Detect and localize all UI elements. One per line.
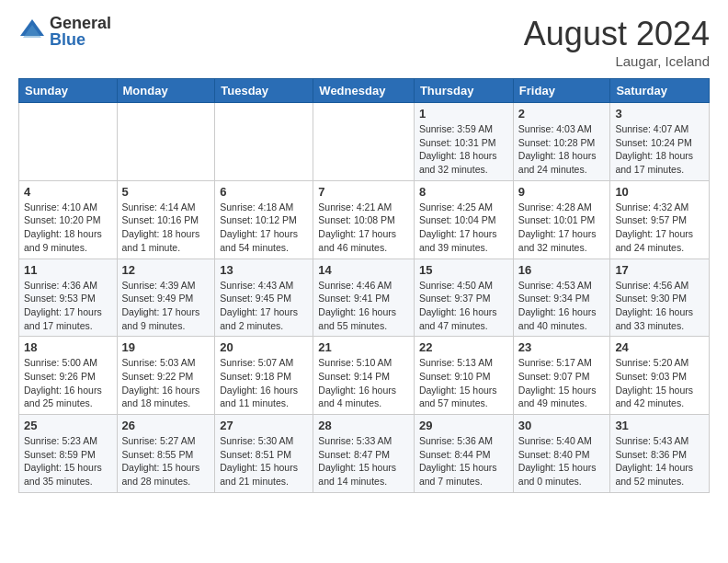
calendar-cell: 30Sunrise: 5:40 AM Sunset: 8:40 PM Dayli…	[513, 415, 610, 493]
day-info: Sunrise: 4:18 AM Sunset: 10:12 PM Daylig…	[220, 201, 308, 255]
day-info: Sunrise: 5:07 AM Sunset: 9:18 PM Dayligh…	[220, 356, 308, 410]
logo-text: General Blue	[50, 15, 111, 48]
day-number: 8	[419, 185, 508, 199]
calendar-cell: 29Sunrise: 5:36 AM Sunset: 8:44 PM Dayli…	[414, 415, 513, 493]
day-number: 1	[419, 107, 508, 121]
calendar-header-row: SundayMondayTuesdayWednesdayThursdayFrid…	[19, 79, 710, 103]
day-number: 29	[419, 419, 508, 432]
calendar-week-row: 1Sunrise: 3:59 AM Sunset: 10:31 PM Dayli…	[19, 103, 710, 181]
day-number: 30	[518, 419, 606, 432]
day-info: Sunrise: 4:53 AM Sunset: 9:34 PM Dayligh…	[518, 279, 606, 333]
day-info: Sunrise: 3:59 AM Sunset: 10:31 PM Daylig…	[419, 122, 508, 177]
day-number: 7	[318, 185, 409, 199]
calendar-day-header: Tuesday	[215, 79, 313, 103]
day-number: 4	[24, 185, 112, 199]
day-number: 2	[518, 107, 606, 121]
calendar-cell: 7Sunrise: 4:21 AM Sunset: 10:08 PM Dayli…	[313, 180, 415, 259]
calendar-cell: 8Sunrise: 4:25 AM Sunset: 10:04 PM Dayli…	[414, 180, 513, 259]
day-number: 23	[518, 340, 606, 354]
day-info: Sunrise: 4:43 AM Sunset: 9:45 PM Dayligh…	[220, 279, 308, 333]
day-info: Sunrise: 5:00 AM Sunset: 9:26 PM Dayligh…	[24, 356, 112, 410]
calendar-cell	[313, 103, 415, 181]
calendar-cell: 19Sunrise: 5:03 AM Sunset: 9:22 PM Dayli…	[117, 337, 215, 415]
calendar-cell: 9Sunrise: 4:28 AM Sunset: 10:01 PM Dayli…	[513, 180, 610, 259]
day-info: Sunrise: 4:56 AM Sunset: 9:30 PM Dayligh…	[615, 279, 704, 333]
calendar-cell: 16Sunrise: 4:53 AM Sunset: 9:34 PM Dayli…	[513, 259, 610, 337]
calendar-week-row: 18Sunrise: 5:00 AM Sunset: 9:26 PM Dayli…	[19, 337, 710, 415]
calendar-cell: 17Sunrise: 4:56 AM Sunset: 9:30 PM Dayli…	[610, 259, 710, 337]
calendar-cell: 3Sunrise: 4:07 AM Sunset: 10:24 PM Dayli…	[610, 103, 710, 181]
calendar-cell: 1Sunrise: 3:59 AM Sunset: 10:31 PM Dayli…	[414, 103, 513, 181]
day-number: 16	[518, 263, 606, 277]
day-number: 18	[24, 340, 112, 354]
day-number: 20	[220, 340, 308, 354]
day-info: Sunrise: 4:10 AM Sunset: 10:20 PM Daylig…	[24, 201, 112, 255]
location: Laugar, Iceland	[524, 53, 710, 69]
calendar-day-header: Friday	[513, 79, 610, 103]
day-info: Sunrise: 5:40 AM Sunset: 8:40 PM Dayligh…	[518, 434, 606, 488]
logo-general-label: General	[50, 15, 111, 31]
calendar-week-row: 11Sunrise: 4:36 AM Sunset: 9:53 PM Dayli…	[19, 259, 710, 337]
logo-blue-label: Blue	[50, 31, 111, 48]
calendar-week-row: 4Sunrise: 4:10 AM Sunset: 10:20 PM Dayli…	[19, 180, 710, 259]
day-number: 14	[318, 263, 409, 277]
calendar-cell: 26Sunrise: 5:27 AM Sunset: 8:55 PM Dayli…	[117, 415, 215, 493]
day-info: Sunrise: 5:27 AM Sunset: 8:55 PM Dayligh…	[122, 434, 210, 488]
day-info: Sunrise: 5:33 AM Sunset: 8:47 PM Dayligh…	[318, 434, 409, 488]
calendar-cell: 28Sunrise: 5:33 AM Sunset: 8:47 PM Dayli…	[313, 415, 415, 493]
day-info: Sunrise: 4:21 AM Sunset: 10:08 PM Daylig…	[318, 201, 409, 255]
calendar-cell	[19, 103, 118, 181]
day-number: 26	[122, 419, 210, 432]
day-info: Sunrise: 4:03 AM Sunset: 10:28 PM Daylig…	[518, 122, 606, 177]
calendar-cell: 22Sunrise: 5:13 AM Sunset: 9:10 PM Dayli…	[414, 337, 513, 415]
calendar-cell: 10Sunrise: 4:32 AM Sunset: 9:57 PM Dayli…	[610, 180, 710, 259]
day-number: 5	[122, 185, 210, 199]
calendar-cell	[215, 103, 313, 181]
day-number: 25	[24, 419, 112, 432]
calendar-cell: 6Sunrise: 4:18 AM Sunset: 10:12 PM Dayli…	[215, 180, 313, 259]
title-block: August 2024 Laugar, Iceland	[524, 15, 710, 69]
day-info: Sunrise: 4:28 AM Sunset: 10:01 PM Daylig…	[518, 201, 606, 255]
calendar-cell: 23Sunrise: 5:17 AM Sunset: 9:07 PM Dayli…	[513, 337, 610, 415]
day-number: 28	[318, 419, 409, 432]
day-number: 31	[615, 419, 704, 432]
calendar-cell: 2Sunrise: 4:03 AM Sunset: 10:28 PM Dayli…	[513, 103, 610, 181]
day-number: 17	[615, 263, 704, 277]
day-info: Sunrise: 4:46 AM Sunset: 9:41 PM Dayligh…	[318, 279, 409, 333]
month-title: August 2024	[524, 15, 710, 53]
calendar-cell: 5Sunrise: 4:14 AM Sunset: 10:16 PM Dayli…	[117, 180, 215, 259]
calendar-week-row: 25Sunrise: 5:23 AM Sunset: 8:59 PM Dayli…	[19, 415, 710, 493]
day-number: 15	[419, 263, 508, 277]
calendar-day-header: Sunday	[19, 79, 118, 103]
day-number: 11	[24, 263, 112, 277]
calendar-day-header: Thursday	[414, 79, 513, 103]
day-number: 6	[220, 185, 308, 199]
header: General Blue August 2024 Laugar, Iceland	[18, 15, 710, 69]
calendar-cell: 31Sunrise: 5:43 AM Sunset: 8:36 PM Dayli…	[610, 415, 710, 493]
calendar-day-header: Saturday	[610, 79, 710, 103]
day-info: Sunrise: 4:07 AM Sunset: 10:24 PM Daylig…	[615, 122, 704, 177]
day-number: 12	[122, 263, 210, 277]
calendar-cell: 4Sunrise: 4:10 AM Sunset: 10:20 PM Dayli…	[19, 180, 118, 259]
day-number: 19	[122, 340, 210, 354]
day-info: Sunrise: 5:20 AM Sunset: 9:03 PM Dayligh…	[615, 356, 704, 410]
day-info: Sunrise: 5:23 AM Sunset: 8:59 PM Dayligh…	[24, 434, 112, 488]
day-info: Sunrise: 5:03 AM Sunset: 9:22 PM Dayligh…	[122, 356, 210, 410]
day-info: Sunrise: 4:32 AM Sunset: 9:57 PM Dayligh…	[615, 201, 704, 255]
calendar-cell: 14Sunrise: 4:46 AM Sunset: 9:41 PM Dayli…	[313, 259, 415, 337]
day-info: Sunrise: 5:43 AM Sunset: 8:36 PM Dayligh…	[615, 434, 704, 488]
calendar-cell: 13Sunrise: 4:43 AM Sunset: 9:45 PM Dayli…	[215, 259, 313, 337]
calendar-cell: 11Sunrise: 4:36 AM Sunset: 9:53 PM Dayli…	[19, 259, 118, 337]
day-number: 22	[419, 340, 508, 354]
calendar-cell: 20Sunrise: 5:07 AM Sunset: 9:18 PM Dayli…	[215, 337, 313, 415]
day-info: Sunrise: 4:14 AM Sunset: 10:16 PM Daylig…	[122, 201, 210, 255]
day-info: Sunrise: 4:50 AM Sunset: 9:37 PM Dayligh…	[419, 279, 508, 333]
day-number: 21	[318, 340, 409, 354]
calendar-cell: 24Sunrise: 5:20 AM Sunset: 9:03 PM Dayli…	[610, 337, 710, 415]
day-info: Sunrise: 5:10 AM Sunset: 9:14 PM Dayligh…	[318, 356, 409, 410]
day-info: Sunrise: 4:36 AM Sunset: 9:53 PM Dayligh…	[24, 279, 112, 333]
day-number: 10	[615, 185, 704, 199]
day-info: Sunrise: 5:13 AM Sunset: 9:10 PM Dayligh…	[419, 356, 508, 410]
logo: General Blue	[18, 15, 111, 48]
calendar-cell: 25Sunrise: 5:23 AM Sunset: 8:59 PM Dayli…	[19, 415, 118, 493]
